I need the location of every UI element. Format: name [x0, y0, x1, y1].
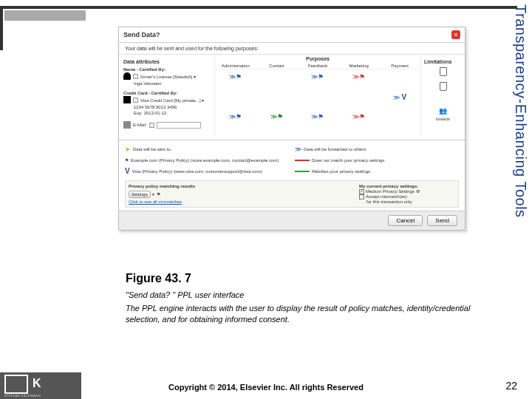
legend-red-bar	[295, 160, 310, 161]
logo-subtext: MORGAN KAUFMANN	[4, 394, 41, 398]
gear-icon[interactable]: ⚙	[416, 189, 420, 194]
opt-medium: Medium Privacy Settings	[366, 189, 415, 194]
purpose-col-labels: Administration Contact Feedback Marketin…	[215, 63, 420, 69]
person-icon	[123, 72, 131, 80]
settings-button[interactable]: Settings	[129, 191, 151, 198]
attr-name: Name · Certified By: Driver's License [S…	[123, 67, 210, 86]
arrow-icon: ≫⚑	[215, 113, 256, 120]
trash-icon[interactable]	[440, 67, 447, 76]
sent-to-row: ➤Data will be sent to: ≫Data will be for…	[119, 143, 465, 155]
arrow-icon: ➤	[151, 192, 155, 197]
legend-green: Matches your privacy settings	[312, 169, 370, 174]
checkbox-icon[interactable]	[149, 123, 154, 128]
checkbox-accept[interactable]	[359, 194, 364, 200]
column-purposes: Purposes Administration Contact Feedback…	[215, 55, 420, 137]
purpose-col: Feedback	[297, 63, 338, 69]
arrow-row-cc: ≫ V	[215, 84, 420, 109]
mismatches-link[interactable]: Click to see all mismatches	[129, 200, 353, 204]
legend-green-bar	[295, 171, 310, 172]
arrow-icon: ≫⚑	[297, 73, 338, 81]
opt-note: for this transaction only	[366, 200, 455, 204]
send-button[interactable]: Send	[427, 215, 457, 226]
page-number: 22	[505, 380, 517, 392]
attr-email: E-Mail:	[123, 120, 210, 129]
slide-frame-top	[0, 6, 517, 9]
email-field[interactable]	[157, 122, 201, 129]
policy-match-box: Privacy policy matching results Settings…	[125, 180, 459, 208]
cc-exp: Exp: 2012-01-12	[134, 111, 166, 115]
sent-example: Example.com (Privacy Policy) (store.exam…	[131, 158, 279, 163]
visa-select[interactable]: Visa Credit Card [My private...] ▾	[140, 98, 204, 103]
attr-cc: Credit Card · Certified By: Visa Credit …	[123, 91, 210, 116]
send-data-dialog: Send Data? × Your data will be sent and …	[118, 27, 466, 231]
card-icon	[123, 96, 131, 103]
section-label: Transparency-Enhancing Tools	[512, 4, 529, 226]
purpose-col: Contact	[256, 63, 298, 69]
copyright: Copyright © 2014, Elsevier Inc. All righ…	[0, 383, 532, 392]
purposes-header: Purposes	[215, 55, 420, 63]
forward-label: Data will be forwarded to others	[304, 147, 366, 151]
arrow-icon: ≫⚑	[338, 113, 380, 120]
arrow-forward-icon: ≫	[295, 146, 301, 153]
forward-icon: 👥forwards	[424, 107, 462, 122]
arrow-icon: ≫⚑	[338, 73, 380, 81]
slide-frame-sub	[4, 10, 86, 21]
purpose-col: Payment	[379, 63, 420, 69]
arrow-icon: ≫⚑	[215, 73, 256, 81]
close-icon[interactable]: ×	[451, 30, 460, 39]
column-attributes: Data attributes Name · Certified By: Dri…	[119, 55, 215, 137]
policy-heading: Privacy policy matching results	[129, 184, 353, 188]
trash-icon[interactable]	[440, 82, 447, 91]
limitations-header: Limitations	[424, 58, 462, 67]
visa-forward-icon: ≫ V	[379, 93, 420, 101]
column-limitations: Limitations 👥forwards	[420, 55, 465, 137]
email-label: E-Mail:	[133, 123, 147, 127]
caption-line2: The PPL engine interacts with the user t…	[126, 303, 473, 324]
visa-icon: V	[125, 167, 130, 175]
example-flag-icon: ⚑	[125, 157, 129, 163]
target-flag-icon: ⚑	[157, 192, 160, 197]
radio-medium[interactable]	[359, 189, 364, 194]
name-value: Inga Vainstein	[134, 81, 162, 86]
arrow-icon: ≫⚑	[256, 113, 298, 120]
sent-label: Data will be sent to:	[133, 147, 171, 151]
arrow-icon: ≫⚑	[297, 113, 338, 120]
drivers-license-select[interactable]: Driver's License [Swedish] ▾	[140, 74, 196, 79]
attr-header: Data attributes	[123, 58, 210, 67]
legend-red: Does not match your privacy settings	[312, 158, 384, 163]
cc-number: 1234 5678 9012 3456	[134, 105, 177, 109]
purpose-col: Marketing	[338, 63, 380, 69]
checkbox-icon[interactable]	[133, 98, 138, 103]
checkbox-icon[interactable]	[133, 74, 138, 79]
purpose-col: Administration	[215, 63, 256, 69]
sent-visa: Visa (Privacy Policy) (www.visa.com, cus…	[132, 169, 262, 174]
dialog-titlebar: Send Data? ×	[119, 27, 465, 43]
figure-caption: Figure 43. 7 "Send data? " PPL user inte…	[126, 272, 473, 327]
caption-line1: "Send data? " PPL user interface	[126, 290, 473, 300]
dialog-title: Send Data?	[123, 31, 160, 38]
cancel-button[interactable]: Cancel	[388, 215, 423, 226]
arrow-row-email: ≫⚑ ≫⚑ ≫⚑ ≫⚑	[215, 109, 420, 124]
arrow-send-icon: ➤	[125, 146, 131, 153]
dialog-intro: Your data will be sent and used for the …	[119, 43, 465, 55]
slide-frame-side	[0, 6, 3, 50]
opt-accept: Accept mismatch(es)	[366, 194, 407, 199]
dialog-footer: Cancel Send	[119, 211, 465, 230]
arrow-row-name: ≫⚑ ≫⚑ ≫⚑	[215, 69, 420, 84]
figure-number: Figure 43. 7	[126, 272, 473, 285]
mail-icon	[123, 121, 131, 129]
